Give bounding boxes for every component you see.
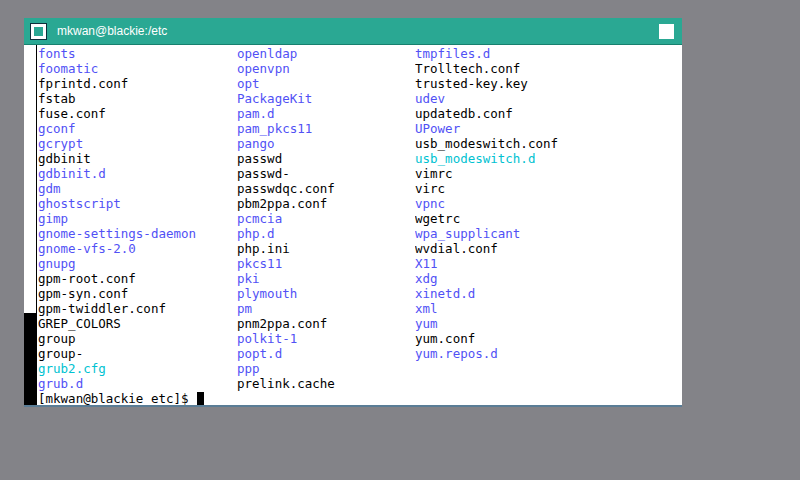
file-entry: fonts	[38, 46, 237, 61]
file-entry: yum.conf	[415, 331, 682, 346]
listing-row: grouppolkit-1yum.conf	[38, 331, 682, 346]
listing-row: gdbinitpasswdusb_modeswitch.d	[38, 151, 682, 166]
file-entry: gdbinit.d	[38, 166, 237, 181]
file-entry: usb_modeswitch.d	[415, 151, 682, 166]
listing-row: gnome-vfs-2.0php.iniwvdial.conf	[38, 241, 682, 256]
file-entry: gconf	[38, 121, 237, 136]
file-entry: ppp	[237, 361, 415, 376]
terminal-screen[interactable]: fontsopenldaptmpfiles.dfoomaticopenvpnTr…	[24, 45, 682, 407]
empty-cell	[415, 376, 682, 391]
file-entry: opt	[237, 76, 415, 91]
terminal-window: mkwan@blackie:/etc fontsopenldaptmpfiles…	[24, 18, 682, 407]
file-entry: pkcs11	[237, 256, 415, 271]
file-entry: gdbinit	[38, 151, 237, 166]
file-entry: polkit-1	[237, 331, 415, 346]
file-entry: xml	[415, 301, 682, 316]
file-entry: gpm-root.conf	[38, 271, 237, 286]
file-entry: trusted-key.key	[415, 76, 682, 91]
listing-row: gnupgpkcs11X11	[38, 256, 682, 271]
window-title: mkwan@blackie:/etc	[57, 24, 167, 38]
file-entry: gimp	[38, 211, 237, 226]
listing-row: fuse.confpam.dupdatedb.conf	[38, 106, 682, 121]
file-entry: fprintd.conf	[38, 76, 237, 91]
file-entry: php.d	[237, 226, 415, 241]
file-entry: usb_modeswitch.conf	[415, 136, 682, 151]
file-entry: gnome-settings-daemon	[38, 226, 237, 241]
listing-row: grub2.cfgppp	[38, 361, 682, 376]
file-entry: yum.repos.d	[415, 346, 682, 361]
maximize-button[interactable]	[659, 24, 674, 39]
file-entry: gdm	[38, 181, 237, 196]
file-entry: ghostscript	[38, 196, 237, 211]
terminal-output[interactable]: fontsopenldaptmpfiles.dfoomaticopenvpnTr…	[37, 45, 682, 405]
file-entry: tmpfiles.d	[415, 46, 682, 61]
file-listing: fontsopenldaptmpfiles.dfoomaticopenvpnTr…	[38, 46, 682, 391]
file-entry: foomatic	[38, 61, 237, 76]
file-entry: UPower	[415, 121, 682, 136]
listing-row: group-popt.dyum.repos.d	[38, 346, 682, 361]
file-entry: pnm2ppa.conf	[237, 316, 415, 331]
file-entry: grub.d	[38, 376, 237, 391]
file-entry: udev	[415, 91, 682, 106]
file-entry: popt.d	[237, 346, 415, 361]
file-entry: xdg	[415, 271, 682, 286]
file-entry: PackageKit	[237, 91, 415, 106]
file-entry: xinetd.d	[415, 286, 682, 301]
prompt-text: [mkwan@blackie etc]$	[38, 391, 196, 406]
file-entry: grub2.cfg	[38, 361, 237, 376]
listing-row: gconfpam_pkcs11UPower	[38, 121, 682, 136]
listing-row: fprintd.confopttrusted-key.key	[38, 76, 682, 91]
file-entry: passwdqc.conf	[237, 181, 415, 196]
file-entry: passwd-	[237, 166, 415, 181]
file-entry: GREP_COLORS	[38, 316, 237, 331]
file-entry: wpa_supplicant	[415, 226, 682, 241]
file-entry: X11	[415, 256, 682, 271]
file-entry: gnupg	[38, 256, 237, 271]
listing-row: gdmpasswdqc.confvirc	[38, 181, 682, 196]
file-entry: prelink.cache	[237, 376, 415, 391]
listing-row: gpm-twiddler.confpmxml	[38, 301, 682, 316]
file-entry: php.ini	[237, 241, 415, 256]
file-entry: vpnc	[415, 196, 682, 211]
listing-row: fstabPackageKitudev	[38, 91, 682, 106]
file-entry: group	[38, 331, 237, 346]
file-entry: updatedb.conf	[415, 106, 682, 121]
file-entry: wgetrc	[415, 211, 682, 226]
file-entry: wvdial.conf	[415, 241, 682, 256]
file-entry: pbm2ppa.conf	[237, 196, 415, 211]
terminal-cursor	[197, 392, 204, 405]
scrollbar[interactable]	[24, 45, 37, 405]
file-entry: pam_pkcs11	[237, 121, 415, 136]
window-menu-icon[interactable]	[30, 23, 47, 40]
file-entry: group-	[38, 346, 237, 361]
file-entry: pm	[237, 301, 415, 316]
listing-row: fontsopenldaptmpfiles.d	[38, 46, 682, 61]
scrollbar-thumb[interactable]	[24, 313, 36, 405]
listing-row: gnome-settings-daemonphp.dwpa_supplicant	[38, 226, 682, 241]
file-entry: openldap	[237, 46, 415, 61]
file-entry: Trolltech.conf	[415, 61, 682, 76]
file-entry: fstab	[38, 91, 237, 106]
window-titlebar[interactable]: mkwan@blackie:/etc	[24, 18, 682, 45]
listing-row: ghostscriptpbm2ppa.confvpnc	[38, 196, 682, 211]
file-entry: pam.d	[237, 106, 415, 121]
file-entry: pango	[237, 136, 415, 151]
file-entry: yum	[415, 316, 682, 331]
listing-row: grub.dprelink.cache	[38, 376, 682, 391]
file-entry: pcmcia	[237, 211, 415, 226]
prompt-line: [mkwan@blackie etc]$	[38, 391, 682, 406]
file-entry: gpm-syn.conf	[38, 286, 237, 301]
file-entry: gcrypt	[38, 136, 237, 151]
file-entry: passwd	[237, 151, 415, 166]
listing-row: gpm-syn.confplymouthxinetd.d	[38, 286, 682, 301]
listing-row: GREP_COLORSpnm2ppa.confyum	[38, 316, 682, 331]
file-entry: gpm-twiddler.conf	[38, 301, 237, 316]
file-entry: vimrc	[415, 166, 682, 181]
file-entry: openvpn	[237, 61, 415, 76]
file-entry: plymouth	[237, 286, 415, 301]
listing-row: gcryptpangousb_modeswitch.conf	[38, 136, 682, 151]
file-entry: pki	[237, 271, 415, 286]
listing-row: gpm-root.confpkixdg	[38, 271, 682, 286]
empty-cell	[415, 361, 682, 376]
file-entry: fuse.conf	[38, 106, 237, 121]
